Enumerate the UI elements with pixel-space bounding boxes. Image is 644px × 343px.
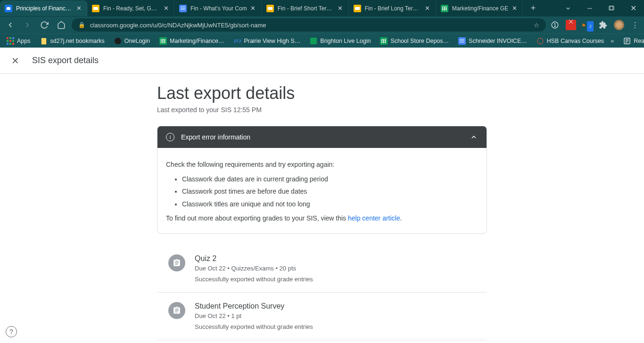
close-window-button[interactable]: ✕: [622, 0, 644, 16]
reload-button[interactable]: [38, 18, 51, 32]
onelogin-icon: [114, 37, 122, 45]
tab[interactable]: Fin - Brief Short Term A ✕: [262, 0, 349, 16]
url-text: classroom.google.com/u/0/c/NDAzNjkwMjUwN…: [90, 22, 529, 29]
bookmark-label: School Store Depos…: [390, 38, 449, 44]
bookmark-label: sd27j.net bookmarks: [50, 38, 105, 44]
page-title: SIS export details: [32, 56, 99, 65]
docs-icon: [458, 37, 466, 45]
extensions-icon[interactable]: [598, 20, 608, 30]
apps-button[interactable]: Apps: [4, 35, 33, 47]
star-icon[interactable]: ☆: [534, 22, 539, 29]
item-meta: Due Oct 22 • 1 pt: [195, 312, 476, 319]
minimize-button[interactable]: [579, 0, 601, 16]
reading-list-icon: [623, 37, 631, 45]
bookmark[interactable]: HSB Canvas Courses: [534, 35, 607, 47]
export-item[interactable]: Quiz 2 Due Oct 22 • Quizzes/Exams • 20 p…: [157, 245, 487, 292]
address-bar: 🔒 classroom.google.com/u/0/c/NDAzNjkwMjU…: [0, 16, 644, 33]
item-title: Quiz 2: [195, 254, 476, 263]
forward-button[interactable]: [21, 18, 34, 32]
reading-list-label: Reading list: [634, 38, 644, 44]
main-heading: Last export details: [157, 83, 487, 103]
gmail-icon[interactable]: [566, 20, 576, 30]
site-icon: 27J: [233, 37, 241, 45]
content-scroll[interactable]: Last export details Last exported to you…: [0, 74, 644, 343]
error-outro: To find out more about exporting grades …: [166, 212, 478, 225]
kebab-icon[interactable]: ⋮: [630, 20, 640, 30]
bookmark[interactable]: Marketing/Finance…: [157, 35, 227, 47]
badge: 2: [587, 21, 594, 32]
tab[interactable]: Fin - What's Your Com ✕: [174, 0, 262, 16]
close-icon[interactable]: ✕: [424, 5, 431, 12]
url-bar[interactable]: 🔒 classroom.google.com/u/0/c/NDAzNjkwMjU…: [72, 18, 546, 32]
export-items: Quiz 2 Due Oct 22 • Quizzes/Exams • 20 p…: [157, 245, 487, 343]
extension-icon[interactable]: 2: [582, 20, 592, 30]
info-icon: i: [166, 133, 174, 141]
close-icon[interactable]: ✕: [163, 5, 169, 12]
item-title: Student Perception Survey: [195, 302, 476, 310]
svg-rect-1: [609, 6, 613, 10]
bookmark-label: Brighton Live Login: [320, 38, 371, 44]
page-content: ✕ SIS export details Last export details…: [0, 48, 644, 343]
bookmark[interactable]: School Store Depos…: [377, 35, 452, 47]
tab-title: Fin - What's Your Com: [190, 5, 247, 12]
reading-list-button[interactable]: Reading list: [620, 35, 644, 47]
item-meta: Due Oct 22 • Quizzes/Exams • 20 pts: [195, 265, 476, 272]
export-item[interactable]: HW - Accounting Equation Quiz Due Oct 20…: [157, 340, 487, 343]
error-intro: Check the following requirements and try…: [166, 158, 478, 171]
sheets-icon: [380, 37, 388, 45]
folder-icon: ▇: [40, 37, 48, 45]
sheets-icon: [441, 5, 448, 12]
toolbar-right: 1 2 ⋮: [550, 20, 640, 30]
export-item[interactable]: Student Perception Survey Due Oct 22 • 1…: [157, 292, 487, 340]
error-req: Classwork titles are unique and not too …: [182, 198, 478, 211]
tab-title: Marketing/Finance GE: [452, 5, 508, 12]
avatar[interactable]: [614, 20, 624, 30]
error-panel: i Export error information Check the fol…: [157, 126, 487, 234]
bookmark[interactable]: OneLogin: [111, 35, 153, 47]
tab[interactable]: Fin - Brief Long Term A ✕: [349, 0, 436, 16]
docs-icon: [179, 5, 187, 12]
tab-title: Principles of Finance 2: [16, 5, 73, 12]
bookmark[interactable]: 27JPrairie View High S…: [231, 35, 303, 47]
close-icon[interactable]: ✕: [75, 5, 82, 12]
help-button[interactable]: ?: [6, 326, 17, 337]
bookmark-label: Prairie View High S…: [244, 38, 300, 44]
classroom-icon: [5, 5, 12, 12]
close-icon[interactable]: ✕: [337, 5, 344, 12]
bookmark[interactable]: Brighton Live Login: [307, 35, 373, 47]
slides-icon: [266, 5, 274, 12]
home-button[interactable]: [55, 18, 68, 32]
tab[interactable]: Fin - Ready, Set, Go - C ✕: [87, 0, 174, 16]
close-panel-button[interactable]: ✕: [9, 55, 21, 66]
error-body: Check the following requirements and try…: [157, 148, 487, 233]
error-title: Export error information: [181, 133, 250, 141]
assignment-icon: [168, 254, 185, 271]
bookmark-overflow-button[interactable]: »: [611, 38, 614, 44]
canvas-icon: [537, 37, 544, 45]
tab[interactable]: Marketing/Finance GE ✕: [436, 0, 523, 16]
tab-title: Fin - Ready, Set, Go - C: [103, 5, 160, 12]
tab-title: Fin - Brief Short Term A: [278, 5, 334, 12]
maximize-button[interactable]: [601, 0, 622, 16]
tab-active[interactable]: Principles of Finance 2 ✕: [0, 0, 87, 16]
chevron-up-icon: [470, 133, 478, 141]
close-icon[interactable]: ✕: [511, 5, 518, 12]
sheets-icon: [159, 37, 167, 45]
help-link[interactable]: help center article: [348, 214, 400, 222]
bookmarks-bar: Apps ▇sd27j.net bookmarks OneLogin Marke…: [0, 33, 644, 48]
bookmark[interactable]: Schneider INVOICE…: [455, 35, 530, 47]
item-status: Successfully exported without grade entr…: [195, 276, 476, 283]
back-button[interactable]: [4, 18, 17, 32]
error-header[interactable]: i Export error information: [157, 126, 487, 148]
error-req: Classwork due dates are in current gradi…: [182, 173, 478, 186]
assignment-icon: [168, 302, 185, 319]
bookmark-label: OneLogin: [124, 38, 150, 44]
close-icon[interactable]: ✕: [250, 5, 256, 12]
error-req: Classwork post times are before due date…: [182, 185, 478, 198]
site-icon: [310, 37, 317, 45]
extension-icon[interactable]: 1: [550, 20, 560, 30]
new-tab-button[interactable]: +: [527, 2, 540, 15]
chevron-down-icon[interactable]: [557, 0, 579, 16]
bookmark[interactable]: ▇sd27j.net bookmarks: [37, 35, 107, 47]
bookmark-label: Schneider INVOICE…: [469, 38, 527, 44]
